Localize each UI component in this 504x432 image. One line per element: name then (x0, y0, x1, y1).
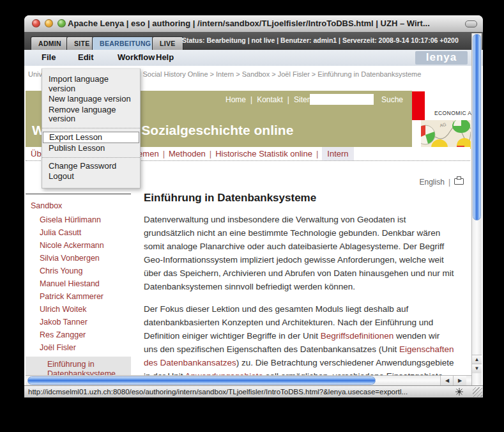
sidebar-item[interactable]: Gisela Hürlimann (40, 216, 131, 224)
tab-bearbeitung[interactable]: BEARBEITUNG (92, 36, 158, 50)
window-controls (32, 19, 66, 27)
menu-help[interactable]: Help (156, 52, 174, 62)
horizontal-scrollbar[interactable]: ◀ ▶ (26, 375, 471, 385)
nav-methoden[interactable]: Methoden (169, 149, 206, 158)
page-title: Einführung in Datenbanksysteme (144, 192, 454, 204)
resize-grip[interactable] (473, 387, 482, 397)
menu-item-remove-language-version[interactable]: Remove language version (42, 105, 140, 125)
menu-edit[interactable]: Edit (78, 52, 94, 62)
tab-live[interactable]: LIVE (152, 36, 183, 50)
article: Einführung in Datenbanksysteme Datenverw… (144, 192, 454, 375)
vertical-scrollbar[interactable]: ▲ ▼ (471, 33, 482, 385)
cms-status-text: Status: Bearbeitung | not live | Benutze… (182, 36, 459, 44)
sidebar-item[interactable]: Ulrich Woitek (40, 305, 131, 314)
map-region-label: AG (439, 122, 447, 128)
menu-item-change-password[interactable]: Change Password (42, 161, 140, 172)
utility-link-home[interactable]: Home (225, 95, 246, 104)
sidebar-item[interactable]: Patrick Kammerer (40, 293, 131, 301)
scroll-left-button[interactable]: ◀ (440, 376, 454, 385)
search-input[interactable] (310, 94, 374, 105)
menu-item-publish-lesson[interactable]: Publish Lesson (42, 143, 140, 154)
scroll-right-button[interactable]: ▶ (453, 376, 466, 385)
file-dropdown-menu: Import language version New language ver… (42, 68, 141, 189)
zoom-button[interactable] (57, 19, 66, 27)
red-accent-block (412, 91, 425, 120)
separator: | (316, 149, 318, 158)
window-title: Apache Lenya | eso | authoring | /intern… (68, 19, 430, 28)
close-button[interactable] (32, 19, 40, 27)
menu-workflow[interactable]: Workflow (118, 52, 155, 62)
utility-link-kontakt[interactable]: Kontakt (257, 95, 283, 104)
horizontal-scrollbar-thumb[interactable] (27, 376, 376, 385)
sidebar-item[interactable]: Nicole Ackermann (40, 242, 131, 250)
sidebar-item[interactable]: Manuel Hiestand (40, 280, 131, 288)
article-paragraph: Der Fokus dieser Lektion und des gesamte… (144, 302, 454, 375)
separator: | (287, 95, 289, 104)
sidebar-item[interactable]: Jakob Tanner (40, 318, 131, 327)
article-paragraph: Datenverwaltung und insbesondere die Ver… (144, 213, 454, 293)
desktop-background: { "window": { "title": "Apache Lenya | e… (0, 0, 504, 432)
menu-item-import-language-version[interactable]: Import language version (42, 74, 140, 94)
scroll-up-button[interactable]: ▲ (472, 355, 482, 364)
language-link[interactable]: English (420, 178, 445, 187)
vertical-scrollbar-thumb[interactable] (473, 34, 481, 220)
sidebar-item[interactable]: Julia Casutt (40, 229, 131, 237)
cms-tabbar: ADMIN SITE BEARBEITUNG LIVE Status: Bear… (24, 32, 483, 50)
sidebar-item[interactable]: Res Zangger (40, 331, 131, 339)
sidebar-item-sandbox[interactable]: Sandbox (31, 201, 131, 210)
menu-separator (42, 128, 140, 128)
minimize-button[interactable] (45, 19, 53, 27)
sidebar-item[interactable]: Silvia Vonbergen (40, 254, 131, 263)
nav-intern[interactable]: Intern (322, 147, 353, 160)
nav-historische-statistik[interactable]: Historische Statistik online (215, 149, 312, 158)
search-button[interactable]: Suche (381, 95, 403, 104)
scroll-down-button[interactable]: ▼ (472, 364, 482, 373)
map-image: AG (421, 120, 471, 149)
sidebar: Sandbox Gisela Hürlimann Julia Casutt Ni… (26, 194, 131, 383)
separator: | (448, 178, 450, 187)
menu-item-new-language-version[interactable]: New language version (42, 94, 140, 105)
print-icon[interactable] (454, 178, 464, 185)
separator: | (250, 95, 252, 104)
menu-item-logout[interactable]: Logout (42, 171, 140, 182)
link-begriffsdefinitionen[interactable]: Begriffsdefinitionen (321, 331, 394, 341)
menu-file[interactable]: File (42, 52, 56, 62)
menu-separator (42, 157, 140, 158)
cms-menubar: File Edit Workflow Help lenya (24, 50, 483, 66)
toolbar-toggle-button[interactable] (465, 20, 477, 27)
sidebar-item[interactable]: Joël Fisler (40, 344, 131, 352)
separator: | (210, 149, 211, 158)
menu-item-export-lesson[interactable]: Export Lesson (43, 132, 139, 144)
browser-statusbar: http://idcmselml01.uzh.ch:8080/eso/autho… (24, 385, 483, 397)
window-titlebar[interactable]: Apache Lenya | eso | authoring | /intern… (24, 15, 483, 33)
sidebar-item[interactable]: Chris Young (40, 267, 131, 275)
tab-admin[interactable]: ADMIN (31, 36, 69, 50)
browser-window: Apache Lenya | eso | authoring | /intern… (24, 15, 483, 397)
bug-icon (455, 387, 464, 399)
separator: | (163, 149, 165, 158)
utility-nav: Home|Kontakt|Sitemap (225, 95, 322, 104)
status-url: http://idcmselml01.uzh.ch:8080/eso/autho… (28, 388, 408, 396)
lenya-logo: lenya (415, 51, 468, 65)
